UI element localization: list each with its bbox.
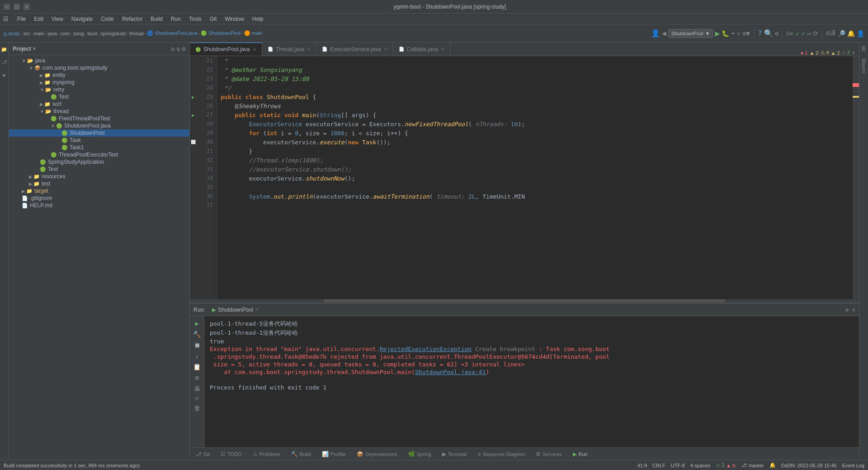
tree-item-threadpool[interactable]: 🟢 ThreadPoolExecutorTest: [9, 151, 189, 158]
tool-problems[interactable]: ⚠ Problems: [251, 450, 282, 458]
horizontal-scrollbar[interactable]: [190, 299, 859, 303]
settings-btn[interactable]: ⚙: [775, 30, 778, 37]
indicators-expand[interactable]: ∧: [852, 50, 855, 56]
project-name[interactable]: g-study: [4, 31, 20, 36]
run-fold-btn[interactable]: 📋: [193, 363, 201, 370]
tree-item-resources[interactable]: ▶ 📁 resources: [9, 173, 189, 180]
tree-item-test-retry[interactable]: 🟢 Test: [9, 93, 189, 100]
tree-item-helpmd[interactable]: 📄 HELP.md: [9, 202, 189, 209]
profile-btn[interactable]: ⚡: [737, 30, 741, 37]
run-tab-close[interactable]: ✕: [255, 307, 259, 312]
tree-item-task1[interactable]: 🟢 Task1: [9, 144, 189, 151]
tool-terminal[interactable]: ▶ Terminal: [440, 450, 469, 458]
database-icon[interactable]: 🗄: [861, 46, 867, 51]
menu-git[interactable]: Git: [206, 15, 220, 23]
status-notifications[interactable]: 🔔: [769, 462, 776, 468]
tree-item-package[interactable]: ▼ 📦 com.song.boot.springstudy: [9, 64, 189, 71]
menu-edit[interactable]: Edit: [30, 15, 47, 23]
run-settings-btn[interactable]: ⚙: [845, 307, 849, 313]
tool-git[interactable]: ⎇ Git: [193, 450, 212, 458]
tree-item-task[interactable]: 🟢 Task: [9, 137, 189, 144]
tree-item-java[interactable]: ▼ 📂 java: [9, 57, 189, 64]
tree-item-thread[interactable]: ▼ 📂 thread: [9, 108, 189, 115]
more-run-btn[interactable]: ≡▼: [742, 30, 750, 37]
tree-item-shutdownpool-file[interactable]: ▼ 🟢 ShutdownPool.java: [9, 122, 189, 129]
status-event-log[interactable]: Event Log: [842, 463, 864, 468]
tree-item-springapp[interactable]: 🟢 SpringStudyApplication: [9, 158, 189, 166]
coverage-btn[interactable]: ☂: [731, 30, 735, 37]
tab-close-executor[interactable]: ✕: [384, 47, 387, 52]
panel-dropdown-arrow[interactable]: ▼: [33, 46, 36, 51]
tool-build[interactable]: 🔨 Build: [289, 450, 312, 458]
menu-view[interactable]: View: [48, 15, 67, 23]
tab-thread[interactable]: 📄 Thread.java ✕: [262, 43, 316, 56]
tab-close-shutdownpool[interactable]: ✕: [253, 47, 256, 52]
status-line-ending[interactable]: CRLF: [652, 463, 665, 468]
run-line25-btn[interactable]: ▶: [192, 95, 194, 100]
tree-item-fixed[interactable]: 🟢 FixedThreadPoolTest: [9, 115, 189, 122]
tree-item-sort[interactable]: ▶ 📁 sort: [9, 100, 189, 108]
stacktrace-link[interactable]: ShutdownPool.java:41: [415, 369, 486, 375]
tab-executor[interactable]: 📄 ExecutorService.java ✕: [316, 43, 393, 56]
run-close-btn[interactable]: ✕: [852, 307, 855, 313]
rejected-exception-link[interactable]: RejectedExecutionException: [380, 346, 472, 352]
tree-item-entity[interactable]: ▶ 📁 entity: [9, 71, 189, 79]
debug-btn[interactable]: 🐛: [722, 30, 729, 37]
run-rerun-btn[interactable]: 🔨: [193, 331, 201, 338]
menu-build[interactable]: Build: [147, 15, 166, 23]
tree-item-test-folder[interactable]: ▶ 📁 test: [9, 180, 189, 187]
tool-dependencies[interactable]: 📦 Dependencies: [355, 450, 399, 458]
maven-icon[interactable]: Maven: [861, 58, 867, 73]
back-btn[interactable]: ◀: [662, 29, 666, 38]
project-icon[interactable]: 📁: [1, 46, 7, 52]
run-stop-btn[interactable]: ⏹: [194, 342, 200, 349]
tool-sequence[interactable]: ≡ Sequence Diagram: [476, 450, 527, 458]
run-output[interactable]: pool-1-thread-5业务代码哈哈 pool-1-thread-1业务代…: [204, 316, 859, 447]
translate-btn[interactable]: A译: [826, 29, 836, 38]
scrollbar-thumb[interactable]: [324, 299, 725, 302]
run-play-btn[interactable]: ▶: [195, 320, 198, 327]
tree-item-retry[interactable]: ▼ 📂 retry: [9, 86, 189, 93]
tab-close-thread[interactable]: ✕: [307, 47, 311, 52]
maximize-btn[interactable]: □: [14, 4, 20, 10]
status-indent[interactable]: 4 spaces: [690, 463, 710, 468]
run-scroll-end-btn[interactable]: ↓: [195, 352, 198, 360]
status-encoding[interactable]: UTF-8: [671, 463, 685, 468]
sort-btn[interactable]: ⇅: [176, 45, 180, 52]
tool-spring[interactable]: 🌿 Spring: [406, 450, 433, 458]
menu-refactor[interactable]: Refactor: [118, 15, 146, 23]
find-usages[interactable]: 🔎: [838, 30, 845, 37]
menu-navigate[interactable]: Navigate: [68, 15, 96, 23]
tool-run[interactable]: ▶ Run: [571, 450, 590, 458]
menu-file[interactable]: File: [14, 15, 29, 23]
tree-item-test-main[interactable]: 🟢 Test: [9, 166, 189, 173]
tool-profiler[interactable]: 📊 Profiler: [320, 450, 348, 458]
menu-window[interactable]: Window: [221, 15, 248, 23]
tab-shutdownpool[interactable]: 🟢 ShutdownPool.java ✕: [190, 43, 262, 56]
tree-item-target[interactable]: ▶ 📁 target: [9, 187, 189, 195]
editor-right-bar[interactable]: [853, 56, 859, 299]
vcs-icon[interactable]: 👤: [651, 29, 660, 38]
git-more[interactable]: ↩: [807, 30, 811, 37]
menu-help[interactable]: Help: [249, 15, 267, 23]
tree-item-myspring[interactable]: ▶ 📁 myspring: [9, 79, 189, 86]
notifications[interactable]: 🔔: [847, 30, 855, 37]
status-branch[interactable]: ⎇ master: [741, 462, 764, 468]
run-print-btn[interactable]: 🖶: [194, 385, 200, 392]
run-expand-btn[interactable]: ⊞: [195, 374, 198, 381]
menu-run[interactable]: Run: [167, 15, 184, 23]
run-btn[interactable]: ▶: [715, 28, 720, 38]
menu-tools[interactable]: Tools: [185, 15, 205, 23]
bookmark-icon[interactable]: ★: [1, 72, 7, 78]
status-position[interactable]: 41:9: [637, 463, 647, 468]
minimize-btn[interactable]: —: [4, 4, 10, 10]
menu-code[interactable]: Code: [97, 15, 118, 23]
run-line27-btn[interactable]: ▶: [192, 113, 194, 118]
avatar[interactable]: 👤: [857, 30, 864, 37]
close-btn[interactable]: ✕: [24, 4, 30, 10]
tab-close-callable[interactable]: ✕: [441, 47, 444, 52]
code-content[interactable]: * * @author Songxianyang * @date 2022-05…: [217, 56, 853, 299]
commit-icon[interactable]: ⎇: [1, 59, 7, 65]
help-btn[interactable]: ?: [758, 29, 762, 38]
run-config-dropdown[interactable]: ShutdownPool▼: [668, 29, 713, 38]
